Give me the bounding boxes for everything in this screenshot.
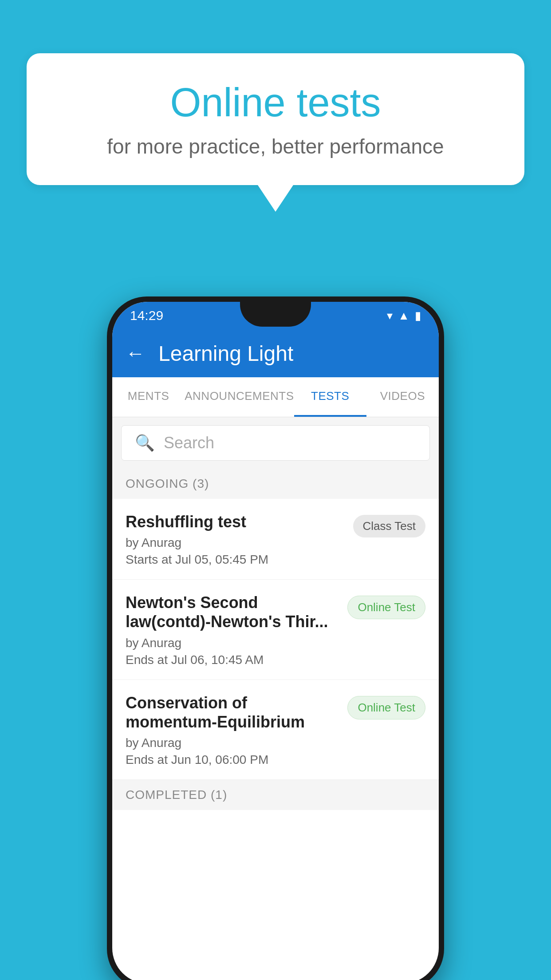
- test-time-3: Ends at Jun 10, 06:00 PM: [126, 753, 338, 767]
- battery-icon: ▮: [415, 309, 421, 323]
- test-time-2: Ends at Jul 06, 10:45 AM: [126, 653, 338, 667]
- test-time-label-1: Starts at: [126, 553, 172, 566]
- test-badge-2: Online Test: [347, 596, 425, 619]
- status-icons: ▾ ▲ ▮: [387, 309, 421, 323]
- search-icon: 🔍: [135, 434, 155, 452]
- test-item-1[interactable]: Reshuffling test by Anurag Starts at Jul…: [112, 499, 439, 580]
- app-bar: ← Learning Light: [112, 329, 439, 377]
- test-info-3: Conservation of momentum-Equilibrium by …: [126, 693, 347, 767]
- wifi-icon: ▾: [387, 309, 393, 323]
- phone-inner: 14:29 ▾ ▲ ▮ ← Learning Light MENTS ANNOU…: [112, 302, 439, 980]
- signal-icon: ▲: [398, 309, 409, 323]
- completed-title: COMPLETED (1): [126, 788, 227, 802]
- test-info-1: Reshuffling test by Anurag Starts at Jul…: [126, 512, 353, 567]
- tab-announcements-label: ANNOUNCEMENTS: [185, 389, 294, 403]
- tab-videos[interactable]: VIDEOS: [366, 377, 439, 417]
- search-container: 🔍 Search: [112, 417, 439, 469]
- tab-tests-label: TESTS: [311, 389, 349, 403]
- tab-bar: MENTS ANNOUNCEMENTS TESTS VIDEOS: [112, 377, 439, 417]
- bubble-arrow: [258, 185, 293, 212]
- test-info-2: Newton's Second law(contd)-Newton's Thir…: [126, 593, 347, 667]
- test-badge-1: Class Test: [353, 515, 425, 537]
- tab-ments-label: MENTS: [128, 389, 169, 403]
- ongoing-title: ONGOING (3): [126, 477, 209, 490]
- test-name-2: Newton's Second law(contd)-Newton's Thir…: [126, 593, 338, 631]
- tab-announcements[interactable]: ANNOUNCEMENTS: [185, 377, 294, 417]
- test-time-value-3: Jun 10, 06:00 PM: [171, 753, 268, 767]
- tab-videos-label: VIDEOS: [380, 389, 425, 403]
- status-time: 14:29: [130, 308, 163, 323]
- tab-ments[interactable]: MENTS: [112, 377, 185, 417]
- bubble-subtitle: for more practice, better performance: [62, 134, 489, 158]
- search-input[interactable]: Search: [164, 434, 214, 452]
- search-bar[interactable]: 🔍 Search: [121, 425, 430, 461]
- test-time-1: Starts at Jul 05, 05:45 PM: [126, 553, 344, 567]
- test-author-2: by Anurag: [126, 636, 338, 650]
- tab-tests[interactable]: TESTS: [294, 377, 366, 417]
- test-time-value-1: Jul 05, 05:45 PM: [175, 553, 268, 566]
- phone-notch: [240, 302, 311, 327]
- test-item-2[interactable]: Newton's Second law(contd)-Newton's Thir…: [112, 580, 439, 680]
- phone-frame: 14:29 ▾ ▲ ▮ ← Learning Light MENTS ANNOU…: [107, 296, 444, 980]
- test-time-label-2: Ends at: [126, 653, 168, 667]
- test-author-3: by Anurag: [126, 736, 338, 750]
- test-time-label-3: Ends at: [126, 753, 168, 767]
- bubble-title: Online tests: [62, 80, 489, 126]
- test-item-3[interactable]: Conservation of momentum-Equilibrium by …: [112, 680, 439, 780]
- app-title: Learning Light: [158, 341, 293, 366]
- ongoing-section-header: ONGOING (3): [112, 469, 439, 499]
- back-button[interactable]: ←: [126, 342, 145, 364]
- test-badge-3: Online Test: [347, 696, 425, 719]
- speech-bubble-container: Online tests for more practice, better p…: [27, 53, 524, 212]
- speech-bubble: Online tests for more practice, better p…: [27, 53, 524, 185]
- completed-section-header: COMPLETED (1): [112, 780, 439, 810]
- test-name-3: Conservation of momentum-Equilibrium: [126, 693, 338, 731]
- test-list: Reshuffling test by Anurag Starts at Jul…: [112, 499, 439, 780]
- test-time-value-2: Jul 06, 10:45 AM: [171, 653, 264, 667]
- test-author-1: by Anurag: [126, 536, 344, 550]
- test-name-1: Reshuffling test: [126, 512, 344, 531]
